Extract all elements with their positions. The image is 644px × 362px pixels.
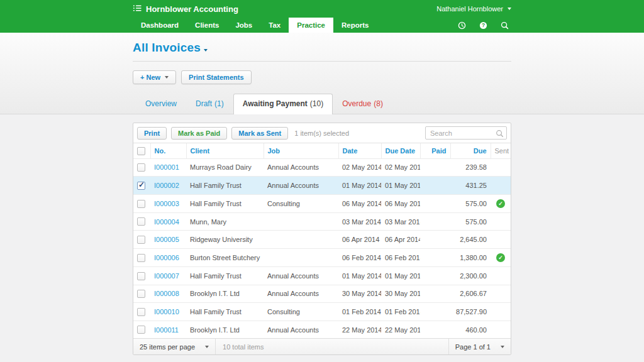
job-cell: Annual Accounts <box>264 177 338 195</box>
paid-cell <box>420 177 450 195</box>
due-date-cell: 06 May 2014 <box>381 194 420 212</box>
invoice-number-link[interactable]: I000011 <box>154 326 179 334</box>
invoice-number-link[interactable]: I000005 <box>154 236 179 243</box>
sent-cell <box>491 321 511 338</box>
invoice-number-cell: I000010 <box>150 303 186 321</box>
chevron-down-icon[interactable] <box>204 49 208 52</box>
invoice-number-cell: I000006 <box>150 248 186 266</box>
row-select-cell <box>133 321 150 338</box>
invoice-number-link[interactable]: I000002 <box>154 182 179 189</box>
col-header-due-date[interactable]: Due Date <box>381 143 420 159</box>
nav-item-tax[interactable]: Tax <box>260 18 289 33</box>
nav-item-dashboard[interactable]: Dashboard <box>133 18 187 33</box>
col-header-no[interactable]: No. <box>150 143 186 159</box>
col-header-job[interactable]: Job <box>264 143 338 159</box>
page-title[interactable]: All Invoices <box>133 41 201 55</box>
row-checkbox[interactable] <box>137 326 145 334</box>
row-checkbox[interactable] <box>137 182 145 190</box>
nav-item-jobs[interactable]: Jobs <box>227 18 260 33</box>
search-icon[interactable] <box>501 21 509 30</box>
due-date-cell: 03 Mar 2014 <box>381 212 420 231</box>
print-statements-button[interactable]: Print Statements <box>181 70 251 84</box>
search-icon[interactable] <box>496 129 504 140</box>
invoice-number-link[interactable]: I000004 <box>154 218 179 226</box>
nav-item-reports[interactable]: Reports <box>333 18 377 33</box>
job-cell <box>264 212 338 231</box>
client-cell: Murrays Road Dairy <box>186 158 264 177</box>
new-button[interactable]: + New <box>133 70 176 84</box>
col-header-paid[interactable]: Paid <box>420 143 450 159</box>
page-select[interactable]: Page 1 of 1 <box>448 339 511 354</box>
job-cell: Annual Accounts <box>264 158 338 177</box>
mark-as-sent-button[interactable]: Mark as Sent <box>231 127 288 140</box>
paid-cell <box>420 158 450 177</box>
tab-overdue[interactable]: Overdue(8) <box>333 94 392 114</box>
nav-item-practice[interactable]: Practice <box>289 18 333 33</box>
col-header-due[interactable]: Due <box>450 143 491 159</box>
client-cell: Hall Family Trust <box>186 303 264 321</box>
invoice-number-link[interactable]: I000001 <box>154 163 179 171</box>
invoice-number-cell: I000005 <box>150 231 186 249</box>
row-checkbox[interactable] <box>137 163 145 172</box>
page-label: Page 1 of 1 <box>455 343 491 351</box>
due-date-cell: 30 May 2014 <box>381 285 420 303</box>
clock-icon[interactable] <box>458 21 466 30</box>
client-cell: Brooklyn I.T. Ltd <box>186 285 264 303</box>
col-header-client[interactable]: Client <box>186 143 264 159</box>
items-per-page-select[interactable]: 25 items per page <box>133 339 216 354</box>
sent-cell <box>491 231 511 249</box>
invoice-row-I000001: I000001Murrays Road DairyAnnual Accounts… <box>133 158 511 177</box>
invoices-panel: Print Mark as Paid Mark as Sent 1 item(s… <box>133 123 511 355</box>
brand-name: Hornblower Accounting <box>146 4 238 14</box>
row-select-cell <box>133 194 150 212</box>
invoice-number-cell: I000007 <box>150 266 186 285</box>
help-icon[interactable]: ? <box>479 21 487 30</box>
invoice-number-link[interactable]: I000008 <box>154 290 179 297</box>
tab-draft[interactable]: Draft(1) <box>186 94 233 114</box>
client-cell: Hall Family Trust <box>186 177 264 195</box>
col-header-date[interactable]: Date <box>338 143 381 159</box>
row-checkbox[interactable] <box>137 290 145 298</box>
print-button[interactable]: Print <box>137 127 167 140</box>
sent-cell: ✓ <box>491 194 511 212</box>
row-checkbox[interactable] <box>137 308 145 316</box>
invoice-number-link[interactable]: I000010 <box>154 308 179 315</box>
brand[interactable]: Hornblower Accounting <box>133 4 238 14</box>
sent-cell <box>491 158 511 177</box>
row-select-cell <box>133 158 150 177</box>
job-cell: Consulting <box>264 303 338 321</box>
row-checkbox[interactable] <box>137 217 145 226</box>
invoice-number-link[interactable]: I000007 <box>154 272 179 280</box>
due-date-cell: 01 May 2014 <box>381 266 420 285</box>
invoice-number-link[interactable]: I000003 <box>154 200 179 207</box>
row-checkbox[interactable] <box>137 200 145 208</box>
paid-cell <box>420 266 450 285</box>
invoice-number-cell: I000011 <box>150 321 186 338</box>
user-menu[interactable]: Nathaniel Hornblower <box>436 5 511 13</box>
invoice-number-cell: I000003 <box>150 194 186 212</box>
invoice-row-I000008: I000008Brooklyn I.T. LtdAnnual Accounts3… <box>133 285 511 303</box>
nav-item-clients[interactable]: Clients <box>187 18 227 33</box>
mark-as-paid-button[interactable]: Mark as Paid <box>171 127 227 140</box>
row-select-cell <box>133 231 150 249</box>
new-button-label: + New <box>140 74 160 81</box>
row-checkbox[interactable] <box>137 254 145 262</box>
select-all-checkbox[interactable] <box>137 147 145 155</box>
invoice-number-link[interactable]: I000006 <box>154 254 179 261</box>
col-header-sent[interactable]: Sent <box>491 143 511 159</box>
client-cell: Hall Family Trust <box>186 194 264 212</box>
due-cell: 1,380.00 <box>450 248 491 266</box>
row-checkbox[interactable] <box>137 236 145 244</box>
tab-count: (1) <box>214 99 224 108</box>
row-checkbox[interactable] <box>137 272 145 280</box>
search-input[interactable] <box>425 126 507 140</box>
invoice-row-I000006: I000006Burton Street Butchery06 Feb 2014… <box>133 248 511 266</box>
tab-label: Awaiting Payment <box>243 99 308 108</box>
tab-awaiting-payment[interactable]: Awaiting Payment(10) <box>233 94 333 114</box>
tab-overview[interactable]: Overview <box>136 94 186 114</box>
due-cell: 575.00 <box>450 194 491 212</box>
search-box <box>425 126 507 140</box>
invoice-row-I000004: I000004Munn, Mary03 Mar 201403 Mar 20145… <box>133 212 511 231</box>
due-cell: 460.00 <box>450 321 491 338</box>
title-divider <box>133 61 511 62</box>
